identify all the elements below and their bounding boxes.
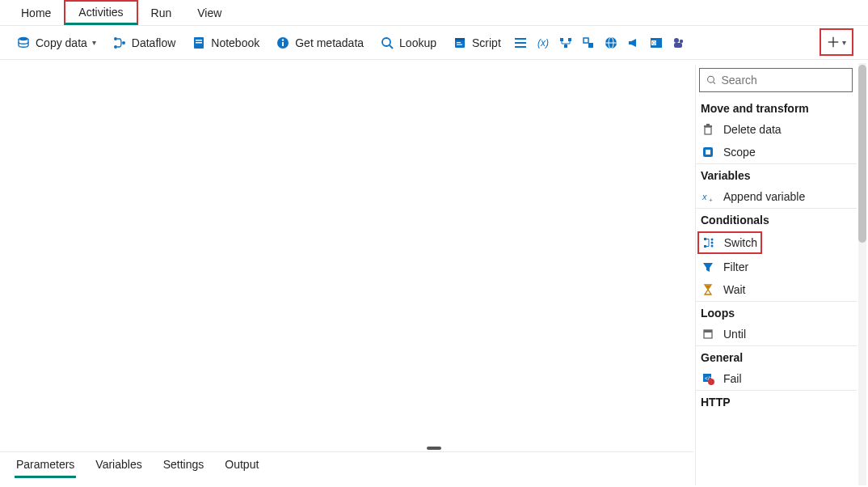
notebook-button[interactable]: Notebook bbox=[183, 26, 268, 59]
divider bbox=[0, 451, 693, 452]
chevron-down-icon: ▾ bbox=[92, 38, 96, 47]
top-tabs: Home Activities Run View bbox=[0, 0, 868, 26]
hourglass-icon bbox=[701, 282, 715, 297]
lookup-button[interactable]: Lookup bbox=[372, 26, 445, 59]
svg-text:(x): (x) bbox=[537, 37, 549, 49]
insert-icon[interactable] bbox=[577, 26, 600, 59]
activity-scope[interactable]: Scope bbox=[696, 141, 857, 163]
fail-label: Fail bbox=[723, 372, 742, 385]
svg-point-31 bbox=[674, 38, 679, 43]
notebook-label: Notebook bbox=[211, 36, 259, 49]
tab-parameters[interactable]: Parameters bbox=[15, 453, 76, 478]
trash-icon bbox=[701, 122, 715, 137]
copy-data-button[interactable]: Copy data ▾ bbox=[8, 26, 104, 59]
get-metadata-label: Get metadata bbox=[295, 36, 364, 49]
script-icon bbox=[453, 36, 467, 50]
svg-text:+: + bbox=[709, 197, 713, 203]
database-icon bbox=[16, 36, 31, 50]
info-icon bbox=[276, 36, 290, 50]
get-metadata-button[interactable]: Get metadata bbox=[268, 26, 372, 59]
activity-wait[interactable]: Wait bbox=[696, 278, 857, 301]
svg-rect-46 bbox=[704, 245, 706, 248]
scope-icon bbox=[701, 145, 715, 159]
variable-icon[interactable]: (x) bbox=[532, 26, 554, 59]
list-icon[interactable] bbox=[509, 26, 532, 59]
activity-until[interactable]: Until bbox=[696, 323, 857, 345]
copy-data-label: Copy data bbox=[36, 36, 87, 49]
svg-rect-22 bbox=[564, 44, 567, 48]
activities-toolbar: Copy data ▾ Dataflow Notebook Get metada… bbox=[0, 26, 868, 60]
activity-switch[interactable]: Switch bbox=[697, 231, 762, 254]
teams-icon[interactable] bbox=[668, 26, 690, 59]
svg-rect-5 bbox=[196, 40, 202, 41]
outlook-icon[interactable]: O bbox=[645, 26, 668, 59]
tab-settings[interactable]: Settings bbox=[162, 453, 206, 478]
activities-panel: Move and transform Delete data Scope Var… bbox=[695, 65, 857, 485]
filter-label: Filter bbox=[723, 260, 748, 273]
scope-label: Scope bbox=[723, 146, 756, 159]
tab-view[interactable]: View bbox=[184, 2, 234, 23]
svg-rect-38 bbox=[705, 127, 711, 134]
chevron-down-icon: ▾ bbox=[842, 38, 846, 47]
add-activity-button[interactable]: ▾ bbox=[820, 28, 853, 56]
dataflow-button[interactable]: Dataflow bbox=[104, 26, 183, 59]
svg-text:O: O bbox=[652, 40, 656, 45]
tab-activities[interactable]: Activities bbox=[64, 0, 137, 25]
megaphone-icon[interactable] bbox=[622, 26, 645, 59]
svg-rect-13 bbox=[455, 38, 465, 40]
append-variable-label: Append variable bbox=[723, 190, 805, 203]
tab-home[interactable]: Home bbox=[8, 2, 64, 23]
switch-label: Switch bbox=[724, 236, 757, 249]
delete-data-label: Delete data bbox=[723, 123, 782, 136]
search-icon bbox=[380, 36, 394, 50]
pipeline-icon[interactable] bbox=[554, 26, 577, 59]
tab-run[interactable]: Run bbox=[138, 2, 185, 23]
panel-scrollbar-thumb[interactable] bbox=[858, 65, 866, 243]
svg-point-54 bbox=[708, 379, 714, 385]
svg-rect-33 bbox=[674, 43, 682, 48]
until-label: Until bbox=[723, 328, 746, 341]
resize-handle[interactable] bbox=[427, 447, 441, 450]
pipeline-canvas[interactable] bbox=[0, 60, 693, 455]
search-input[interactable] bbox=[722, 74, 846, 87]
section-loops: Loops bbox=[696, 301, 857, 323]
switch-icon bbox=[702, 235, 716, 250]
filter-icon bbox=[701, 260, 715, 274]
svg-text:x: x bbox=[702, 192, 707, 201]
svg-rect-45 bbox=[704, 238, 706, 240]
section-move: Move and transform bbox=[696, 100, 857, 118]
activity-append-variable[interactable]: x+ Append variable bbox=[696, 185, 857, 208]
bottom-tabs: Parameters Variables Settings Output bbox=[0, 453, 260, 478]
svg-point-49 bbox=[711, 245, 714, 248]
until-icon bbox=[701, 327, 715, 341]
branch-icon bbox=[112, 36, 127, 50]
svg-rect-51 bbox=[704, 330, 712, 332]
globe-icon[interactable] bbox=[600, 26, 622, 59]
activity-delete-data[interactable]: Delete data bbox=[696, 118, 857, 141]
plus-icon bbox=[827, 36, 840, 49]
svg-point-36 bbox=[708, 76, 714, 83]
svg-rect-16 bbox=[515, 38, 526, 40]
svg-point-48 bbox=[711, 242, 714, 244]
dataflow-label: Dataflow bbox=[132, 36, 175, 49]
svg-rect-8 bbox=[282, 42, 284, 46]
variable-plus-icon: x+ bbox=[701, 189, 715, 204]
activity-fail[interactable]: </> Fail bbox=[696, 367, 857, 390]
svg-point-10 bbox=[382, 38, 390, 46]
script-label: Script bbox=[472, 36, 501, 49]
svg-point-47 bbox=[711, 239, 714, 241]
script-button[interactable]: Script bbox=[445, 26, 509, 59]
section-variables: Variables bbox=[696, 163, 857, 185]
activities-search[interactable] bbox=[699, 68, 853, 92]
svg-rect-42 bbox=[706, 150, 710, 155]
tab-variables[interactable]: Variables bbox=[94, 453, 143, 478]
svg-point-3 bbox=[122, 41, 125, 44]
svg-rect-14 bbox=[457, 42, 461, 43]
section-conditionals: Conditionals bbox=[696, 208, 857, 230]
svg-rect-39 bbox=[704, 125, 712, 127]
tab-output[interactable]: Output bbox=[223, 453, 260, 478]
fail-icon: </> bbox=[701, 371, 715, 386]
section-http: HTTP bbox=[696, 390, 857, 412]
activity-filter[interactable]: Filter bbox=[696, 256, 857, 278]
svg-rect-15 bbox=[457, 44, 462, 44]
